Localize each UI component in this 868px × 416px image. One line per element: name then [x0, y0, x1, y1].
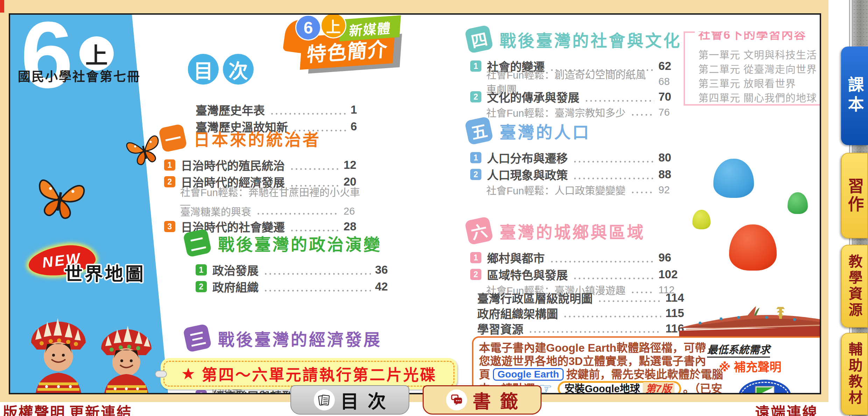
- toc-fun-entry[interactable]: 社會Fun輕鬆：創造奇幻空間的紙風車劇團 68: [470, 74, 680, 88]
- kangxuan-media-box-logo[interactable]: 康軒線上媒體盒: [712, 380, 817, 394]
- toc-entry[interactable]: 2 政府組織 42: [196, 278, 397, 295]
- toc-entry[interactable]: 臺灣行政區層級說明圖 114: [477, 290, 687, 306]
- unit-3-heading: 三 戰後臺灣的經濟發展: [185, 326, 384, 350]
- entry-number-chip: 2: [470, 91, 481, 102]
- toc-entry-page: 62: [658, 59, 680, 73]
- entry-number-chip: 1: [470, 60, 481, 72]
- toc-entry-page: 76: [658, 107, 680, 118]
- toc-pages-icon: [314, 389, 335, 410]
- entry-number-chip: 2: [470, 269, 481, 280]
- dotted-leader: [630, 114, 654, 116]
- entry-number-chip: 2: [196, 390, 207, 394]
- series-title: 國民小學社會第七冊: [18, 66, 141, 85]
- toc-entry-label: 臺灣糖業的興衰: [180, 204, 251, 218]
- toc-entry[interactable]: 2 人口現象與政策 88: [470, 166, 680, 183]
- unit-5-title: 臺灣的人口: [500, 119, 591, 143]
- toc-entry-label: 社會Fun輕鬆：人口政策變變變: [486, 182, 626, 197]
- toc-entry-page: 12: [344, 158, 365, 172]
- dotted-leader: [263, 273, 371, 275]
- toc-tab-label: 目次: [340, 387, 395, 413]
- toc-entry-label: 區域特色與發展: [487, 266, 568, 283]
- toc-entry[interactable]: 2 區域特色與發展 102: [470, 266, 680, 283]
- next-semester-box: 社會6下的學習內容 第一單元 文明與科技生活 第二單元 從臺灣走向世界 第三單元…: [684, 31, 821, 106]
- toc-left-column: 目 次 臺灣歷史年表 1 臺灣歷史溫故知新 6 一 日本: [161, 39, 384, 389]
- supplement-notice-link[interactable]: ※ 補充聲明: [719, 358, 782, 375]
- unit-6-title: 臺灣的城鄉與區域: [500, 219, 645, 243]
- toc-entry[interactable]: 1 鄉村與都市 96: [470, 249, 680, 266]
- new-media-banner: 新媒體: [339, 15, 401, 41]
- unit-4-title: 戰後臺灣的社會與文化: [500, 27, 682, 51]
- google-earth-button[interactable]: Google Earth: [493, 368, 564, 381]
- install-google-earth-button[interactable]: 安裝Google地球 第7版: [558, 381, 681, 394]
- dotted-leader: [290, 168, 339, 170]
- side-tab-teaching-resources[interactable]: 教學資源: [841, 245, 868, 328]
- side-tab-workbook[interactable]: 習作: [841, 153, 868, 238]
- toc-heading: 目 次: [188, 54, 254, 85]
- dotted-leader: [270, 113, 346, 115]
- toc-heading-circle: 次: [223, 54, 254, 85]
- entry-number-chip: 1: [196, 264, 207, 275]
- unit-2-icon: 二: [183, 228, 212, 257]
- toc-entry-page: 36: [375, 263, 397, 277]
- unit-1-heading: 一 日本來的統治者: [161, 126, 384, 150]
- dotted-leader: [598, 300, 661, 302]
- min-requirement-link[interactable]: 最低系統需求: [707, 341, 770, 358]
- toc-tab-button[interactable]: 目次: [290, 385, 409, 415]
- unit-2-block: 二 戰後臺灣的政治演變 1 政治發展 36 2 政府組織 42: [161, 231, 384, 295]
- costumed-people-photo: [17, 301, 171, 394]
- toc-entry-page: 92: [658, 184, 680, 196]
- unit-6-icon: 六: [464, 216, 493, 245]
- toc-entry-label: 臺灣歷史年表: [196, 101, 265, 118]
- toc-spread-page: 6 上 國民小學社會第七冊 NEW 世界地圖: [9, 13, 821, 394]
- copyright-link[interactable]: 版權聲明: [3, 401, 66, 416]
- bookmark-tab-label: 書籤: [473, 387, 527, 413]
- side-tab-textbook[interactable]: 課本: [841, 46, 868, 145]
- dotted-leader: [584, 100, 654, 102]
- unit-3-icon: 三: [183, 323, 212, 352]
- google-earth-note-side: 最低系統需求 ※ 補充聲明 康軒線上媒體盒: [707, 341, 821, 394]
- disc-instruction-note: ★ 第四～六單元請執行第二片光碟: [161, 358, 457, 389]
- toc-fun-entry[interactable]: 社會Fun輕鬆：臺灣宗教知多少 76: [470, 105, 680, 119]
- unit-5-block: 五 臺灣的人口 1 人口分布與遷移 80 2 人口現象與政策 88: [467, 119, 821, 197]
- side-tab-label: 習作: [843, 178, 866, 214]
- unit-1-block: 一 日本來的統治者 1 日治時代的殖民統治 12 2 日治時代的經濟發展 20: [161, 126, 384, 235]
- toc-entry[interactable]: 1 政治發展 36: [196, 261, 397, 278]
- update-link[interactable]: 更新連結: [69, 401, 132, 416]
- dotted-leader: [550, 261, 654, 263]
- new-media-label: 新媒體: [348, 17, 392, 40]
- toc-entry-page: 1: [351, 103, 372, 116]
- unit-1-title: 日本來的統治者: [193, 126, 321, 150]
- toc-entry[interactable]: 1 日治時代的殖民統治 12: [164, 157, 365, 173]
- bookmark-tab-button[interactable]: 書籤: [423, 385, 542, 415]
- toc-fun-entry[interactable]: 社會Fun輕鬆：人口政策變變變 92: [470, 183, 680, 197]
- toc-fun-entry[interactable]: 社會Fun輕鬆：奔馳在甘蔗田裡的小火車—: [164, 190, 365, 204]
- side-tab-supplementary-materials[interactable]: 輔助教材: [841, 333, 868, 415]
- toc-heading-circle: 目: [188, 54, 219, 85]
- next-semester-item: 第三單元 放眼看世界: [698, 77, 821, 91]
- toc-entry-label: 社會Fun輕鬆：臺灣宗教知多少: [486, 105, 626, 120]
- toc-entry[interactable]: 學習資源 116: [477, 321, 687, 336]
- toc-entry-label: 政府組織: [212, 278, 259, 295]
- toc-entry[interactable]: 臺灣歷史年表 1: [196, 101, 372, 118]
- next-semester-item: 第一單元 文明與科技生活: [698, 48, 821, 63]
- unit-1-icon: 一: [158, 123, 187, 152]
- star-icon: ★: [181, 364, 195, 383]
- toc-entry-label: 人口分布與遷移: [487, 149, 568, 166]
- toc-entry-page: 70: [658, 90, 680, 103]
- temple-roof-photo: [679, 303, 821, 336]
- next-semester-item: 第四單元 關心我們的地球: [698, 91, 821, 106]
- side-tab-label: 輔助教材: [845, 342, 865, 406]
- toc-entry-label: 日治時代的殖民統治: [181, 157, 285, 173]
- toc-entry[interactable]: 1 人口分布與遷移 80: [470, 149, 680, 166]
- note-clip: [155, 371, 167, 378]
- remote-connect-link[interactable]: 遠端連線: [755, 401, 818, 416]
- side-tab-label: 課本: [843, 76, 866, 115]
- bookmark-bubble-icon: [446, 389, 467, 410]
- entry-number-chip: 2: [164, 176, 175, 187]
- toc-entry[interactable]: 政府組織架構圖 115: [477, 306, 687, 321]
- toc-entry-page: 88: [658, 168, 680, 181]
- dotted-leader: [573, 178, 654, 179]
- toc-entry-page: 26: [344, 206, 365, 217]
- screen-corner-accent: [0, 0, 4, 13]
- unit-2-title: 戰後臺灣的政治演變: [218, 231, 382, 255]
